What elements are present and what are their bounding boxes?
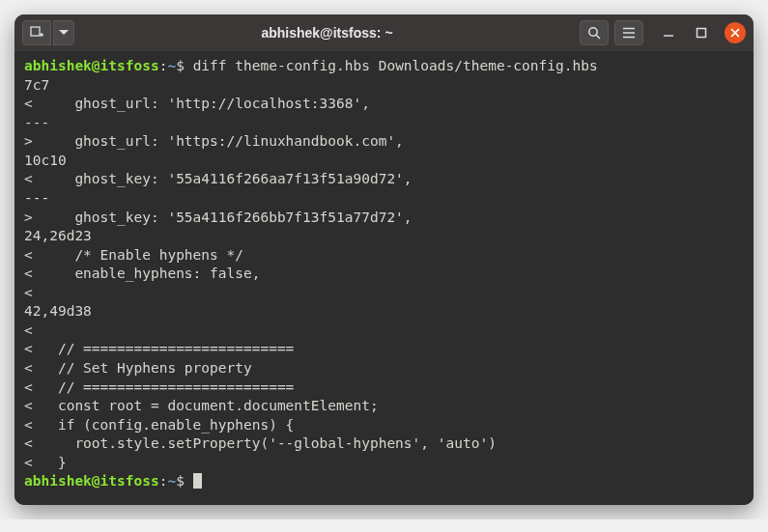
cursor xyxy=(193,473,202,489)
titlebar: abhishek@itsfoss: ~ xyxy=(14,14,754,51)
output-text: > ghost_key: '55a4116f266bb7f13f51a77d72… xyxy=(24,210,412,225)
output-text: < // ========================= xyxy=(24,379,294,395)
terminal-body[interactable]: abhishek@itsfoss:~$ diff theme-config.hb… xyxy=(14,51,754,505)
hamburger-icon xyxy=(622,27,636,39)
tab-button-group xyxy=(22,20,74,45)
terminal-line: < ghost_url: 'http://localhost:3368', xyxy=(24,95,744,114)
terminal-line: 42,49d38 xyxy=(24,302,744,322)
terminal-window: abhishek@itsfoss: ~ abhishek@itsfoss:~ xyxy=(14,14,754,505)
window-title: abhishek@itsfoss: ~ xyxy=(80,25,574,41)
terminal-line: < } xyxy=(24,454,744,473)
terminal-line: abhishek@itsfoss:~$ diff theme-config.hb… xyxy=(24,57,744,76)
output-text: --- xyxy=(24,115,49,130)
output-text: < ghost_key: '55a4116f266aa7f13f51a90d72… xyxy=(24,171,412,186)
command-text: diff theme-config.hbs Downloads/theme-co… xyxy=(193,58,598,73)
maximize-button[interactable] xyxy=(692,23,711,42)
output-text: 24,26d23 xyxy=(24,228,92,243)
terminal-line: < enable_hyphens: false, xyxy=(24,265,744,284)
prompt-user-host: abhishek@itsfoss xyxy=(24,473,159,489)
prompt-path: ~ xyxy=(167,58,176,73)
terminal-line: 10c10 xyxy=(24,152,744,171)
terminal-line: < ghost_key: '55a4116f266aa7f13f51a90d72… xyxy=(24,170,744,189)
prompt-user-host: abhishek@itsfoss xyxy=(24,58,159,73)
svg-rect-9 xyxy=(697,29,706,38)
output-text: < enable_hyphens: false, xyxy=(24,266,260,281)
terminal-line: abhishek@itsfoss:~$ xyxy=(24,472,744,491)
terminal-line: < // ========================= xyxy=(24,378,744,398)
svg-rect-0 xyxy=(31,27,40,36)
terminal-line: > ghost_url: 'https://linuxhandbook.com'… xyxy=(24,132,744,152)
terminal-line: < // Set Hyphens property xyxy=(24,359,744,378)
close-button[interactable] xyxy=(725,22,746,43)
output-text: < const root = document.documentElement; xyxy=(24,398,379,413)
close-icon xyxy=(730,28,740,38)
terminal-line: < root.style.setProperty('--global-hyphe… xyxy=(24,434,744,454)
terminal-line: 7c7 xyxy=(24,76,744,96)
terminal-line: 24,26d23 xyxy=(24,227,744,246)
maximize-icon xyxy=(696,27,707,39)
terminal-line: < xyxy=(24,284,744,303)
output-text: < root.style.setProperty('--global-hyphe… xyxy=(24,435,497,451)
tab-dropdown-button[interactable] xyxy=(53,20,74,45)
prompt-symbol: $ xyxy=(176,473,192,489)
window-controls xyxy=(659,22,746,43)
output-text: < xyxy=(24,285,33,300)
svg-point-3 xyxy=(589,28,597,36)
menu-button[interactable] xyxy=(614,20,643,45)
output-text: < ghost_url: 'http://localhost:3368', xyxy=(24,96,370,111)
output-text: < } xyxy=(24,455,67,470)
new-tab-icon xyxy=(30,26,43,40)
search-icon xyxy=(587,26,601,40)
new-tab-button[interactable] xyxy=(22,20,51,45)
titlebar-right-controls xyxy=(580,20,746,45)
chevron-down-icon xyxy=(59,30,69,36)
terminal-line: < // ========================= xyxy=(24,340,744,359)
terminal-line: < xyxy=(24,322,744,341)
output-text: < xyxy=(24,322,33,338)
terminal-line: --- xyxy=(24,114,744,133)
output-text: < // ========================= xyxy=(24,341,294,356)
output-text: < if (config.enable_hyphens) { xyxy=(24,417,294,433)
output-text: 10c10 xyxy=(24,153,67,168)
output-text: > ghost_url: 'https://linuxhandbook.com'… xyxy=(24,133,404,149)
output-text: 7c7 xyxy=(24,77,49,93)
search-button[interactable] xyxy=(580,20,609,45)
output-text: < // Set Hyphens property xyxy=(24,360,252,376)
prompt-symbol: $ xyxy=(176,58,192,73)
terminal-line: < /* Enable hyphens */ xyxy=(24,246,744,266)
terminal-line: < if (config.enable_hyphens) { xyxy=(24,416,744,435)
prompt-path: ~ xyxy=(167,473,176,489)
svg-line-4 xyxy=(596,35,600,39)
output-text: < /* Enable hyphens */ xyxy=(24,247,243,263)
terminal-line: > ghost_key: '55a4116f266bb7f13f51a77d72… xyxy=(24,209,744,228)
minimize-button[interactable] xyxy=(659,23,678,42)
output-text: --- xyxy=(24,190,49,206)
terminal-line: --- xyxy=(24,189,744,209)
terminal-line: < const root = document.documentElement; xyxy=(24,397,744,416)
output-text: 42,49d38 xyxy=(24,303,92,319)
minimize-icon xyxy=(663,27,674,39)
